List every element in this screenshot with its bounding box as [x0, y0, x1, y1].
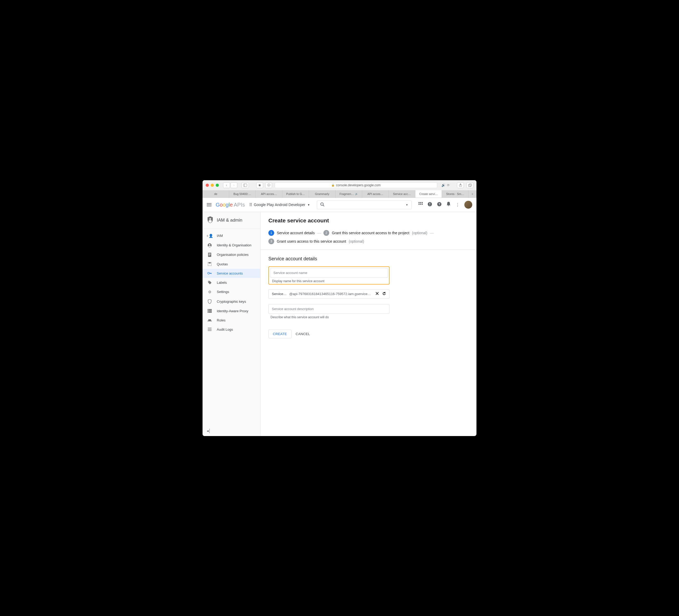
svg-rect-38 [208, 328, 212, 328]
url-text: console.developers.google.com [336, 183, 381, 187]
create-button[interactable]: CREATE [268, 330, 292, 338]
url-bar[interactable]: 🔒 console.developers.google.com [275, 182, 437, 188]
lock-icon: 🔒 [331, 184, 334, 187]
sidebar-item-quotas[interactable]: Quotas [202, 259, 260, 269]
svg-point-36 [208, 312, 208, 312]
titlebar: ‹ › ◉ ⓘ 🔒 console.developers.google.com … [202, 180, 477, 190]
sidebar-title: IAM & admin [217, 218, 242, 223]
svg-rect-0 [244, 184, 247, 187]
sidebar-item-label: Labels [217, 281, 227, 284]
gift-icon[interactable] [419, 202, 423, 207]
sidebar-item-label: Service accounts [217, 271, 243, 275]
forward-button[interactable]: › [230, 182, 237, 188]
browser-tab[interactable]: Service acc… [389, 190, 415, 197]
avatar[interactable] [464, 201, 472, 209]
sidebar-item-iam[interactable]: +👤 IAM [202, 231, 260, 241]
caret-down-icon: ▼ [308, 204, 310, 206]
page-title: Create service account [268, 217, 468, 224]
tag-icon [207, 281, 212, 284]
svg-rect-22 [208, 253, 211, 254]
browser-tab[interactable]: Publish to G… [282, 190, 309, 197]
sidebar-item-label: IAM [217, 234, 223, 238]
divider [260, 249, 477, 250]
svg-point-27 [208, 272, 209, 274]
gear-icon: ⚙ [207, 290, 212, 294]
share-button[interactable] [457, 182, 464, 188]
section-title: Service account details [268, 256, 468, 261]
sidebar-item-label: Identity-Aware Proxy [217, 309, 248, 313]
svg-point-34 [208, 309, 208, 310]
svg-rect-9 [422, 202, 423, 203]
extension-button-1[interactable]: ◉ [256, 182, 263, 188]
step-optional: (optional) [412, 231, 427, 235]
sidebar-item-service-accounts[interactable]: Service accounts [202, 269, 260, 278]
project-selector[interactable]: ⠿ Google Play Android Developer ▼ [249, 202, 310, 207]
svg-rect-21 [208, 253, 211, 257]
notifications-icon[interactable] [446, 202, 451, 208]
step-2[interactable]: 2 Grant this service account access to t… [323, 230, 427, 236]
sidebar-item-labels[interactable]: Labels [202, 278, 260, 287]
service-account-name-input[interactable] [270, 268, 388, 278]
sidebar-item-identity[interactable]: Identity & Organisation [202, 241, 260, 250]
person-add-icon: +👤 [207, 234, 212, 238]
tabs-button[interactable] [466, 182, 473, 188]
sidebar-item-roles[interactable]: Roles [202, 316, 260, 325]
browser-tab[interactable]: Grammarly [309, 190, 335, 197]
collapse-sidebar-button[interactable]: ◂│ [207, 429, 211, 433]
button-row: CREATE CANCEL [268, 330, 468, 338]
logo-suffix: APIs [234, 202, 245, 208]
sidebar-item-label: Settings [217, 290, 229, 294]
browser-tab-active[interactable]: Create servi… [415, 190, 442, 197]
svg-rect-14 [429, 203, 430, 205]
search-bar[interactable]: ▼ [317, 201, 412, 209]
sidebar-item-iap[interactable]: Identity-Aware Proxy [202, 306, 260, 316]
sidebar-item-label: Quotas [217, 262, 228, 266]
helper-text: Describe what this service account will … [268, 315, 390, 319]
extension-button-2[interactable]: ⓘ [265, 182, 272, 188]
person-circle-icon [207, 243, 212, 247]
step-num: 2 [323, 230, 329, 236]
reload-icon[interactable]: ⟳ [447, 183, 450, 187]
sidebar-item-crypto-keys[interactable]: Cryptographic keys [202, 297, 260, 306]
search-input[interactable] [327, 203, 406, 207]
logo[interactable]: Google APIs [216, 202, 245, 208]
sidebar-item-org-policies[interactable]: Organisation policies [202, 250, 260, 259]
service-account-description-input[interactable] [268, 304, 390, 314]
browser-tab[interactable]: API acces… [362, 190, 389, 197]
audio-indicator-icon: 🔊 [355, 193, 358, 195]
browser-tab[interactable]: Stores · Sm… [442, 190, 468, 197]
alert-icon[interactable] [427, 202, 432, 208]
search-dropdown-icon[interactable]: ▼ [406, 204, 408, 206]
more-icon[interactable]: ⋮ [455, 202, 460, 207]
refresh-id-button[interactable] [382, 292, 386, 297]
sidebar-item-label: Cryptographic keys [217, 300, 246, 304]
browser-tab[interactable]: Bug 59400:… [229, 190, 256, 197]
svg-rect-29 [211, 273, 211, 274]
sidebar-item-label: Audit Logs [217, 328, 233, 332]
step-3[interactable]: 3 Grant users access to this service acc… [268, 239, 364, 244]
clear-id-button[interactable] [375, 292, 379, 297]
sidebar-item-label: Roles [217, 318, 225, 322]
traffic-lights [206, 184, 219, 187]
audio-icon[interactable]: 🔊 [442, 183, 445, 187]
sidebar-item-audit-logs[interactable]: Audit Logs [202, 325, 260, 334]
step-1[interactable]: 1 Service account details [268, 230, 315, 236]
maximize-window-button[interactable] [216, 184, 219, 187]
svg-rect-24 [208, 255, 210, 255]
browser-tab[interactable]: de [202, 190, 229, 197]
help-icon[interactable]: ? [437, 202, 442, 208]
browser-tab[interactable]: API acces… [256, 190, 282, 197]
sidebar-item-settings[interactable]: ⚙ Settings [202, 287, 260, 297]
panel-icon [244, 184, 247, 187]
close-window-button[interactable] [206, 184, 209, 187]
new-tab-button[interactable]: + [468, 190, 477, 197]
cancel-button[interactable]: CANCEL [296, 332, 310, 336]
save-icon [207, 262, 212, 266]
minimize-window-button[interactable] [211, 184, 214, 187]
svg-point-18 [209, 218, 211, 220]
svg-rect-15 [429, 205, 430, 206]
hamburger-menu-button[interactable] [207, 203, 212, 206]
back-button[interactable]: ‹ [223, 182, 230, 188]
browser-tab[interactable]: Fragmen…🔊 [335, 190, 362, 197]
sidebar-toggle-button[interactable] [241, 182, 249, 188]
